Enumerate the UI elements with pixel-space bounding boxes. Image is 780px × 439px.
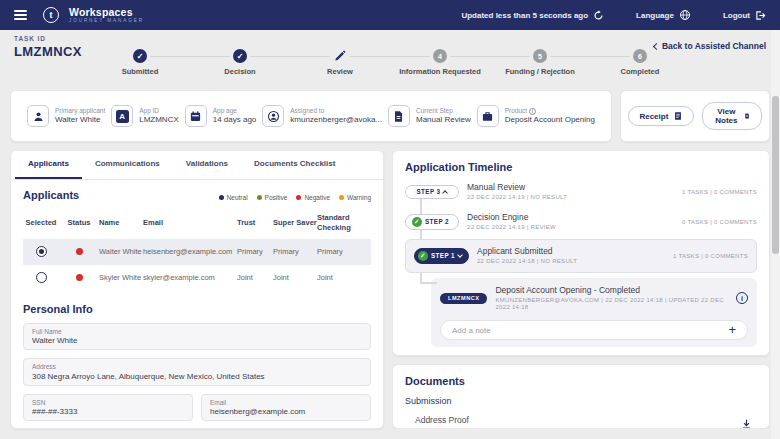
step-pill-label: STEP 3	[417, 188, 441, 195]
personal-info-heading: Personal Info	[23, 303, 371, 315]
detail-meta: KMUNZENBERGER@AVOKA.COM | 22 DEC 2022 14…	[495, 297, 728, 313]
info-label: App age	[213, 107, 257, 115]
tab-communications[interactable]: Communications	[82, 151, 173, 179]
summary-cards-row: Primary applicant Walter White App ID LM…	[0, 76, 780, 142]
language-menu[interactable]: Language	[636, 9, 691, 21]
app-age-item: App age 14 days ago	[185, 105, 257, 127]
applicant-panel: Applicants Communications Validations Do…	[10, 150, 384, 429]
field-label: Email	[210, 399, 362, 406]
step-number-badge: 5	[533, 49, 547, 63]
legend-neutral: Neutral	[219, 194, 248, 201]
timeline-connector-elbow	[420, 282, 437, 284]
timeline-entry-step2: STEP 2 Decision Engine 22 DEC 2022 14:19…	[405, 207, 757, 237]
document-title: Address Proof	[415, 415, 583, 425]
legend-warning: Warning	[339, 194, 371, 201]
field-label: Full Name	[32, 328, 362, 335]
cell-standard-checking: Primary	[317, 247, 371, 256]
timeline-title: Manual Review	[467, 182, 674, 193]
person-icon	[27, 105, 49, 127]
radio-selected-icon[interactable]	[36, 246, 47, 257]
timeline-counts: 0 TASKS | 0 COMMENTS	[682, 219, 757, 225]
cell-trust: Joint	[237, 273, 273, 282]
documents-heading: Documents	[405, 375, 757, 387]
ssn-field[interactable]: SSN ###-##-3333	[23, 394, 193, 422]
document-list-item: Address Proof 22 DEC 2022 | SAMPLE-AFFID…	[405, 415, 757, 429]
view-notes-button[interactable]: View Notes	[702, 102, 761, 130]
cell-name: Skyler White	[99, 273, 143, 282]
cell-name: Walter White	[99, 247, 143, 256]
step-label: Completed	[621, 67, 660, 76]
step3-pill[interactable]: STEP 3	[405, 185, 459, 199]
check-circle-icon	[412, 217, 422, 227]
task-id-value: LMZMNCX	[14, 44, 82, 59]
timeline-meta: 22 DEC 2022 14:19 | NO RESULT	[467, 194, 674, 202]
info-value: Deposit Account Opening	[505, 115, 595, 125]
table-row[interactable]: Skyler White skyler@example.com Joint Jo…	[23, 265, 371, 291]
info-label-text: Product	[505, 107, 527, 115]
tab-documents-checklist[interactable]: Documents Checklist	[241, 151, 348, 179]
applicants-table: Selected Status Name Email Trust Super S…	[23, 209, 371, 291]
info-circle-icon[interactable]	[736, 292, 748, 304]
submission-subheading: Submission	[405, 396, 757, 406]
add-note-row	[440, 320, 748, 340]
timeline-entry-step1-expanded: STEP 1 Applicant Submitted 22 DEC 2022 1…	[405, 239, 757, 273]
receipt-button[interactable]: Receipt	[628, 106, 694, 126]
step-decision: Decision	[190, 49, 290, 76]
step2-pill[interactable]: STEP 2	[405, 214, 459, 230]
app-id-icon	[111, 105, 133, 127]
timeline-entry-step1: STEP 1 Applicant Submitted 22 DEC 2022 1…	[414, 241, 748, 271]
field-value: Walter White	[32, 336, 362, 345]
timeline-entry-step3: STEP 3 Manual Review 22 DEC 2022 14:19 |…	[405, 177, 757, 207]
col-standard-checking: Standard Checking	[317, 213, 371, 233]
field-value: heisenberg@example.com	[210, 407, 362, 416]
download-icon[interactable]	[740, 418, 753, 430]
main-content: Applicants Communications Validations Do…	[0, 142, 780, 429]
check-circle-icon	[418, 251, 428, 261]
logout-icon	[755, 10, 766, 21]
refresh-status[interactable]: Updated less than 5 seconds ago	[461, 10, 604, 21]
timeline-counts: 1 TASKS | 0 COMMENTS	[673, 253, 748, 259]
tab-bar: Applicants Communications Validations Do…	[11, 151, 383, 180]
add-note-input[interactable]	[452, 326, 728, 335]
step-number-badge: 6	[633, 49, 647, 63]
field-value: 308 Negra Arroyo Lane, Albuquerque, New …	[32, 372, 362, 381]
field-label: SSN	[32, 399, 184, 406]
logout-label: Logout	[723, 11, 750, 20]
tab-validations[interactable]: Validations	[173, 151, 241, 179]
legend-label: Positive	[265, 194, 288, 201]
status-negative-icon	[76, 248, 83, 255]
briefcase-icon	[477, 105, 499, 127]
info-label: Product	[505, 107, 595, 115]
info-label: Current Step	[416, 107, 471, 115]
col-name: Name	[99, 218, 143, 228]
language-label: Language	[636, 11, 674, 20]
pencil-icon	[333, 49, 347, 63]
scrollbar-track[interactable]	[771, 30, 780, 439]
logout-button[interactable]: Logout	[723, 10, 766, 21]
email-field[interactable]: Email heisenberg@example.com	[201, 394, 371, 422]
step1-pill[interactable]: STEP 1	[414, 248, 469, 264]
product-item: Product Deposit Account Opening	[477, 105, 595, 127]
status-negative-icon	[76, 274, 83, 281]
check-icon	[133, 49, 147, 63]
col-status: Status	[59, 218, 99, 228]
cell-email: heisenberg@example.com	[143, 247, 237, 256]
progress-stepper: Submitted Decision Review 4 Information …	[90, 49, 690, 76]
full-name-field[interactable]: Full Name Walter White	[23, 323, 371, 351]
timeline-title: Applicant Submitted	[477, 246, 665, 257]
table-row[interactable]: Walter White heisenberg@example.com Prim…	[23, 239, 371, 265]
menu-icon[interactable]	[14, 10, 27, 20]
timeline-title: Decision Engine	[467, 212, 674, 223]
info-value: Manual Review	[416, 115, 471, 125]
info-circle-icon[interactable]	[529, 108, 536, 115]
globe-icon	[679, 9, 691, 21]
scrollbar-thumb[interactable]	[772, 96, 779, 254]
plus-icon[interactable]	[728, 325, 736, 335]
radio-unselected-icon[interactable]	[36, 272, 47, 283]
timeline-heading: Application Timeline	[405, 161, 757, 173]
tab-applicants[interactable]: Applicants	[15, 151, 82, 179]
step-label: Review	[327, 67, 353, 76]
field-label: Address	[32, 363, 362, 370]
col-selected: Selected	[23, 218, 59, 228]
address-field[interactable]: Address 308 Negra Arroyo Lane, Albuquerq…	[23, 358, 371, 386]
